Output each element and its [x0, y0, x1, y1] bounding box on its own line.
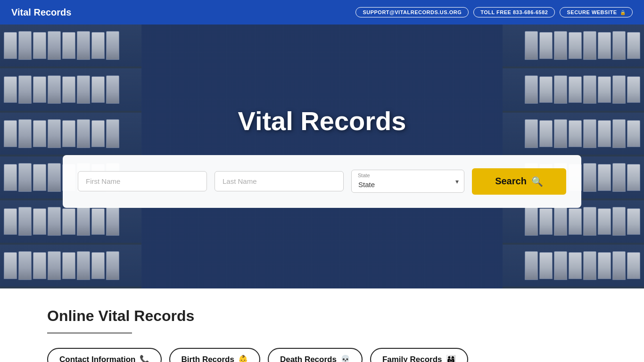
box: [627, 252, 640, 279]
box: [18, 75, 32, 104]
box: [583, 75, 596, 104]
box: [62, 120, 75, 147]
box: [91, 76, 105, 103]
box: [62, 32, 75, 59]
box: [18, 251, 32, 280]
box: [539, 76, 553, 103]
box: [612, 75, 626, 104]
box: [612, 163, 626, 192]
box: [33, 252, 46, 279]
hero-title: Vital Records: [238, 106, 406, 136]
box: [77, 31, 90, 60]
box: [18, 163, 32, 192]
box: [525, 251, 538, 280]
box: [4, 208, 17, 235]
site-logo[interactable]: Vital Records: [11, 7, 71, 18]
shelf-row: [503, 113, 644, 156]
box: [612, 207, 626, 236]
box: [77, 75, 90, 104]
lock-icon: [620, 9, 626, 15]
box: [554, 119, 567, 148]
box: [33, 208, 46, 235]
toll-free-link[interactable]: TOLL FREE 833-686-6582: [473, 7, 555, 17]
box: [583, 119, 596, 148]
shelf-row: [503, 25, 644, 68]
box: [4, 32, 17, 59]
box: [62, 76, 75, 103]
box: [91, 120, 105, 147]
box: [627, 32, 640, 59]
content-section: Online Vital Records Contact Information…: [0, 288, 644, 362]
box: [612, 251, 626, 280]
box: [627, 208, 640, 235]
box: [91, 32, 105, 59]
shelf-row: [0, 113, 141, 156]
box: [539, 208, 553, 235]
box: [569, 120, 582, 147]
box: [554, 31, 567, 60]
last-name-input[interactable]: [215, 171, 344, 191]
support-email-link[interactable]: SUPPORT@VITALRECORDS.US.ORG: [355, 7, 469, 17]
header-links: SUPPORT@VITALRECORDS.US.ORG TOLL FREE 83…: [355, 7, 633, 17]
header: Vital Records SUPPORT@VITALRECORDS.US.OR…: [0, 0, 644, 25]
box: [18, 31, 32, 60]
box: [539, 120, 553, 147]
state-select-wrapper: State StateAlabamaAlaskaArizonaArkansasC…: [351, 170, 464, 193]
box: [583, 207, 596, 236]
box: [62, 208, 75, 235]
category-label: Contact Information: [59, 355, 136, 362]
box: [106, 207, 119, 236]
box: [627, 76, 640, 103]
box: [62, 252, 75, 279]
box: [77, 119, 90, 148]
box: [525, 31, 538, 60]
category-pill-death-records[interactable]: Death Records💀: [268, 348, 363, 362]
category-label: Family Records: [382, 355, 442, 362]
box: [77, 251, 90, 280]
box: [106, 75, 119, 104]
box: [525, 75, 538, 104]
shelf-row: [503, 245, 644, 288]
box: [569, 252, 582, 279]
category-pill-family-records[interactable]: Family Records👨‍👩‍👧: [370, 348, 468, 362]
search-box: State StateAlabamaAlaskaArizonaArkansasC…: [63, 155, 581, 208]
first-name-input[interactable]: [78, 171, 207, 191]
box: [612, 31, 626, 60]
box: [525, 119, 538, 148]
shelf-row: [0, 25, 141, 68]
box: [4, 164, 17, 191]
box: [612, 119, 626, 148]
box: [33, 120, 46, 147]
box: [48, 207, 61, 236]
category-label: Birth Records: [182, 355, 234, 362]
shelf-row: [0, 245, 141, 288]
box: [583, 163, 596, 192]
box: [33, 164, 46, 191]
box: [48, 163, 61, 192]
box: [4, 120, 17, 147]
box: [598, 164, 611, 191]
shelf-row: [503, 68, 644, 112]
category-icon: 💀: [340, 354, 350, 362]
box: [48, 119, 61, 148]
category-icon: 👨‍👩‍👧: [446, 354, 456, 362]
box: [4, 76, 17, 103]
box: [539, 252, 553, 279]
box: [554, 75, 567, 104]
search-button[interactable]: Search 🔍: [472, 168, 566, 195]
category-label: Death Records: [280, 355, 337, 362]
category-pill-birth-records[interactable]: Birth Records👶: [169, 348, 260, 362]
search-magnifier-icon: 🔍: [531, 176, 543, 187]
box: [33, 76, 46, 103]
box: [91, 252, 105, 279]
shelf-row: [0, 68, 141, 112]
box: [91, 208, 105, 235]
box: [106, 251, 119, 280]
category-pill-contact-information[interactable]: Contact Information📞: [47, 348, 162, 362]
state-select[interactable]: StateAlabamaAlaskaArizonaArkansasCalifor…: [351, 170, 464, 193]
box: [569, 76, 582, 103]
box: [18, 119, 32, 148]
box: [598, 208, 611, 235]
box: [627, 120, 640, 147]
box: [33, 32, 46, 59]
